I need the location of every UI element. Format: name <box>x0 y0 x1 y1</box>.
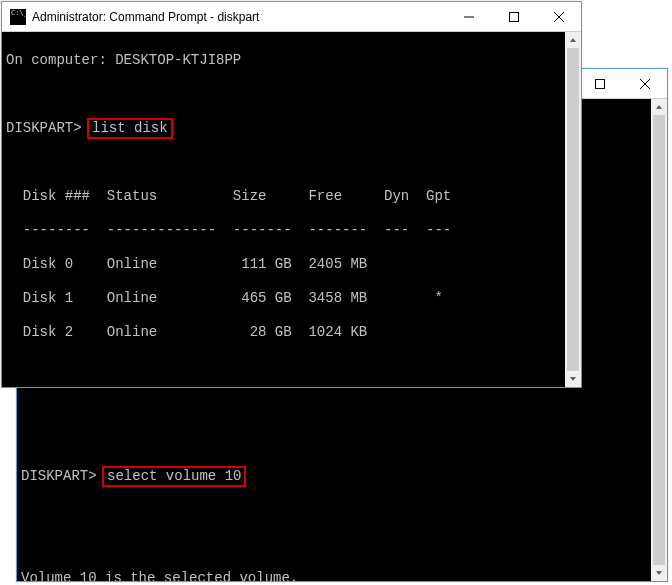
svg-rect-5 <box>509 12 518 21</box>
prompt: DISKPART> <box>6 120 82 136</box>
scroll-up-button[interactable] <box>651 99 667 115</box>
minimize-button[interactable] <box>446 2 491 31</box>
maximize-button[interactable] <box>577 69 622 98</box>
close-button[interactable] <box>536 2 581 31</box>
scroll-down-button[interactable] <box>565 371 581 387</box>
cmd-icon <box>10 9 26 25</box>
scrollbar-front[interactable] <box>565 32 581 387</box>
svg-rect-1 <box>595 79 604 88</box>
disk-row: Disk 1 Online 465 GB 3458 MB * <box>6 290 575 307</box>
scrollbar-back[interactable] <box>651 99 667 581</box>
cmd-window-front: Administrator: Command Prompt - diskpart… <box>1 1 582 388</box>
scroll-thumb[interactable] <box>653 115 665 565</box>
disk-row: Disk 0 Online 111 GB 2405 MB <box>6 256 575 273</box>
window-title-front: Administrator: Command Prompt - diskpart <box>32 10 446 24</box>
prompt: DISKPART> <box>21 468 97 484</box>
scroll-up-button[interactable] <box>565 32 581 48</box>
scroll-down-button[interactable] <box>651 565 667 581</box>
maximize-button[interactable] <box>491 2 536 31</box>
scroll-track[interactable] <box>565 48 581 371</box>
window-controls-front <box>446 2 581 31</box>
titlebar-front[interactable]: Administrator: Command Prompt - diskpart <box>2 2 581 32</box>
disk-header: Disk ### Status Size Free Dyn Gpt <box>6 188 575 205</box>
scroll-thumb[interactable] <box>567 48 579 371</box>
scroll-track[interactable] <box>651 115 667 565</box>
cmd-list-disk: list disk <box>87 118 173 139</box>
computer-line: On computer: DESKTOP-KTJI8PP <box>6 52 575 69</box>
disk-rule: -------- ------------- ------- ------- -… <box>6 222 575 239</box>
disk-row: Disk 2 Online 28 GB 1024 KB <box>6 324 575 341</box>
msg-selected-volume: Volume 10 is the selected volume. <box>21 570 661 581</box>
terminal-front[interactable]: On computer: DESKTOP-KTJI8PP DISKPART> l… <box>2 32 581 387</box>
close-button[interactable] <box>622 69 667 98</box>
cmd-select-volume: select volume 10 <box>102 466 246 487</box>
